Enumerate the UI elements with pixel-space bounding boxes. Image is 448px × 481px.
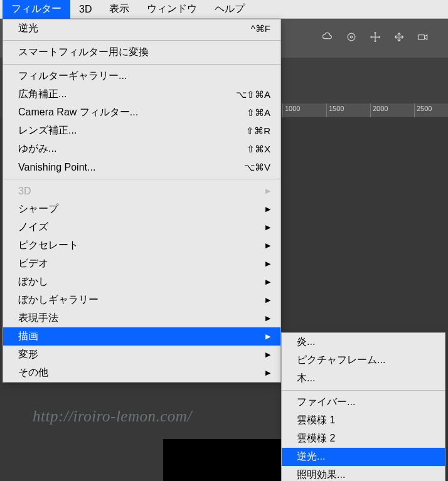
menu-item-label: 炎... [297, 336, 315, 349]
menubar-filter[interactable]: フィルター [3, 0, 70, 19]
submenu-arrow-icon: ▶ [265, 205, 270, 213]
filter-menu-item[interactable]: Camera Raw フィルター...⇧⌘A [3, 103, 280, 122]
filter-menu-item[interactable]: フィルターギャラリー... [3, 67, 280, 85]
menu-item-label: 描画 [18, 330, 38, 343]
pan-icon[interactable] [393, 31, 405, 46]
filter-menu: 逆光^⌘Fスマートフィルター用に変換フィルターギャラリー...広角補正...⌥⇧… [3, 19, 281, 383]
submenu-arrow-icon: ▶ [265, 332, 270, 341]
menu-item-label: スマートフィルター用に変換 [18, 46, 149, 59]
menu-divider [3, 40, 280, 41]
menu-item-label: ゆがみ... [18, 142, 56, 156]
menu-item-label: ピクチャフレーム... [297, 354, 385, 367]
svg-rect-2 [419, 35, 425, 40]
menu-item-label: 雲模様 2 [297, 432, 335, 445]
target-icon[interactable] [345, 31, 358, 46]
menu-shortcut: ⇧⌘R [246, 125, 270, 137]
menubar-3d[interactable]: 3D [70, 0, 100, 19]
filter-menu-item[interactable]: その他▶ [3, 364, 280, 382]
render-submenu-item[interactable]: ピクチャフレーム... [282, 351, 445, 369]
move-icon[interactable] [369, 31, 381, 46]
filter-menu-item[interactable]: ノイズ▶ [3, 218, 280, 236]
menu-item-label: レンズ補正... [18, 124, 77, 137]
render-submenu: 炎...ピクチャフレーム...木...ファイバー...雲模様 1雲模様 2逆光.… [281, 332, 445, 481]
render-submenu-item[interactable]: 雲模様 1 [282, 411, 445, 430]
filter-menu-item[interactable]: 変形▶ [3, 346, 280, 364]
filter-menu-item[interactable]: レンズ補正...⇧⌘R [3, 122, 280, 140]
menu-item-label: ファイバー... [297, 396, 355, 409]
menu-item-label: ぼかしギャラリー [18, 293, 99, 307]
menu-item-label: シャープ [18, 203, 58, 216]
filter-menu-item[interactable]: ビデオ▶ [3, 255, 280, 273]
filter-menu-item[interactable]: スマートフィルター用に変換 [3, 43, 280, 61]
menu-item-label: ノイズ [18, 221, 48, 234]
filter-menu-item[interactable]: ピクセレート▶ [3, 236, 280, 255]
filter-menu-item[interactable]: ゆがみ...⇧⌘X [3, 140, 280, 158]
menu-item-label: 表現手法 [18, 312, 58, 325]
menu-divider [282, 390, 445, 391]
menu-item-label: その他 [18, 366, 48, 379]
horizontal-ruler: 1000 1500 2000 2500 30 [282, 103, 448, 117]
menu-divider [3, 64, 280, 65]
filter-menu-item[interactable]: 表現手法▶ [3, 309, 280, 327]
submenu-arrow-icon: ▶ [265, 278, 270, 286]
render-submenu-item[interactable]: 雲模様 2 [282, 430, 445, 448]
camera-icon[interactable] [417, 31, 429, 46]
render-submenu-item[interactable]: 木... [282, 369, 445, 388]
submenu-arrow-icon: ▶ [265, 296, 270, 304]
menubar: フィルター 3D 表示 ウィンドウ ヘルプ [0, 0, 448, 19]
submenu-arrow-icon: ▶ [265, 241, 270, 250]
filter-menu-item[interactable]: ぼかし▶ [3, 273, 280, 291]
menu-shortcut: ⌥⌘V [244, 162, 270, 173]
submenu-arrow-icon: ▶ [265, 223, 270, 231]
filter-menu-item[interactable]: 描画▶ [3, 327, 280, 346]
watermark: http://iroiro-lemon.com/ [33, 408, 192, 425]
submenu-arrow-icon: ▶ [265, 351, 270, 359]
svg-point-0 [348, 33, 355, 41]
submenu-arrow-icon: ▶ [265, 314, 270, 322]
cloud-icon[interactable] [321, 31, 334, 46]
menu-item-label: 照明効果... [297, 468, 345, 481]
render-submenu-item[interactable]: 炎... [282, 333, 445, 351]
submenu-arrow-icon: ▶ [265, 369, 270, 377]
menu-item-label: 雲模様 1 [297, 414, 335, 427]
menubar-window[interactable]: ウィンドウ [138, 0, 206, 19]
svg-point-1 [350, 36, 352, 38]
filter-menu-item[interactable]: ぼかしギャラリー▶ [3, 291, 280, 309]
menu-item-label: 3D [18, 186, 31, 197]
canvas-content [163, 439, 289, 481]
submenu-arrow-icon: ▶ [265, 187, 270, 195]
filter-menu-item[interactable]: シャープ▶ [3, 200, 280, 218]
menu-item-label: ぼかし [18, 275, 48, 288]
filter-menu-item: 3D▶ [3, 182, 280, 200]
menu-item-label: ビデオ [18, 257, 48, 270]
render-submenu-item[interactable]: 逆光... [282, 448, 445, 466]
menu-shortcut: ⇧⌘X [247, 144, 270, 155]
menu-shortcut: ^⌘F [251, 23, 270, 34]
filter-menu-item[interactable]: 広角補正...⌥⇧⌘A [3, 85, 280, 103]
menu-item-label: 逆光 [18, 22, 38, 35]
menu-item-label: Vanishing Point... [18, 162, 95, 173]
menu-divider [3, 179, 280, 179]
menu-item-label: 木... [297, 372, 315, 385]
filter-menu-item[interactable]: 逆光^⌘F [3, 19, 280, 38]
render-submenu-item[interactable]: ファイバー... [282, 393, 445, 411]
menu-shortcut: ⇧⌘A [247, 107, 270, 119]
menu-shortcut: ⌥⇧⌘A [236, 89, 270, 100]
menu-item-label: 変形 [18, 348, 38, 361]
render-submenu-item[interactable]: 照明効果... [282, 466, 445, 481]
filter-menu-item[interactable]: Vanishing Point...⌥⌘V [3, 158, 280, 176]
menu-item-label: Camera Raw フィルター... [18, 106, 138, 119]
menubar-view[interactable]: 表示 [100, 0, 138, 19]
menu-item-label: フィルターギャラリー... [18, 70, 127, 83]
submenu-arrow-icon: ▶ [265, 260, 270, 268]
menu-item-label: ピクセレート [18, 239, 78, 252]
menu-item-label: 広角補正... [18, 88, 67, 101]
menu-item-label: 逆光... [297, 450, 325, 463]
menubar-help[interactable]: ヘルプ [206, 0, 253, 19]
